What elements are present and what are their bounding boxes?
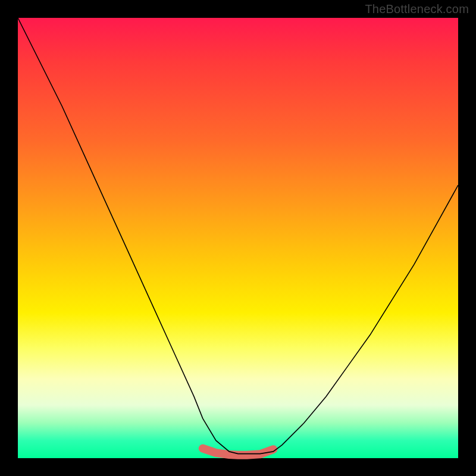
chart-frame: TheBottleneck.com <box>0 0 476 476</box>
bottleneck-curve <box>18 18 458 454</box>
watermark-label: TheBottleneck.com <box>365 2 469 16</box>
curve-layer <box>18 18 458 458</box>
plot-area <box>18 18 458 458</box>
